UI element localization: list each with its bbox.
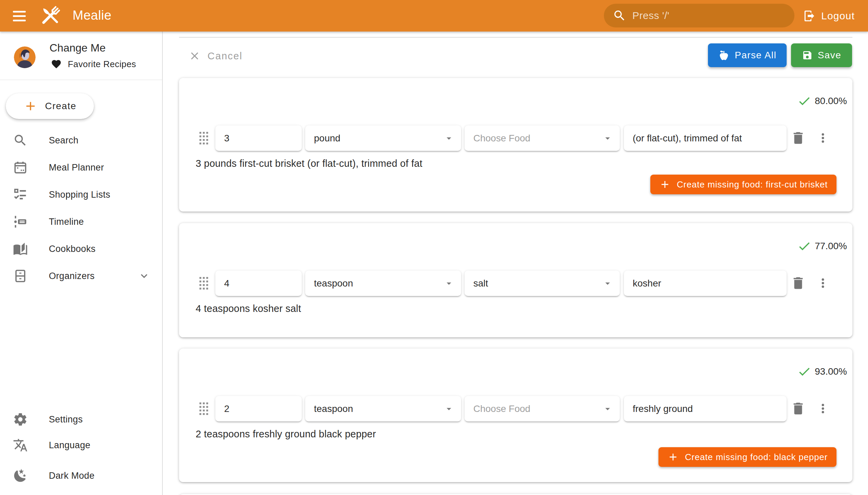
drag-handle-icon[interactable] xyxy=(198,131,209,145)
gear-icon xyxy=(13,412,28,427)
kebab-menu-icon[interactable] xyxy=(814,275,831,292)
quantity-field xyxy=(215,271,302,296)
note-input[interactable] xyxy=(633,404,778,414)
ingredient-card: 93.00% teaspoon Choose Food xyxy=(179,348,852,482)
save-button[interactable]: Save xyxy=(791,44,852,67)
app-title: Mealie xyxy=(72,8,112,23)
delete-ingredient-button[interactable] xyxy=(790,275,806,292)
favorite-recipes-link[interactable]: Favorite Recipes xyxy=(51,58,136,70)
magnify-icon xyxy=(13,133,28,148)
original-ingredient-text: 3 pounds first-cut brisket (or flat-cut)… xyxy=(195,158,423,169)
dropdown-arrow-icon xyxy=(602,133,613,144)
sidebar-item-label: Meal Planner xyxy=(49,163,104,173)
sidebar-item-language[interactable]: Language xyxy=(0,432,162,459)
avatar[interactable] xyxy=(14,47,36,68)
delete-ingredient-button[interactable] xyxy=(790,130,806,147)
content-divider xyxy=(179,37,852,38)
note-input[interactable] xyxy=(633,278,778,289)
sidebar-item-label: Language xyxy=(49,440,90,450)
app-bar: Mealie Logout xyxy=(0,0,868,32)
floppy-save-icon xyxy=(802,50,813,61)
sidebar-item-label: Dark Mode xyxy=(49,471,95,481)
hamburger-menu-icon[interactable] xyxy=(13,8,29,23)
calendar-icon xyxy=(13,160,28,175)
plus-icon xyxy=(667,451,679,463)
drag-handle-icon[interactable] xyxy=(198,276,209,290)
sidebar-item-meal-planner[interactable]: Meal Planner xyxy=(0,154,162,181)
quantity-input[interactable] xyxy=(224,278,293,289)
original-ingredient-text: 2 teaspoons freshly ground black pepper xyxy=(195,429,376,440)
note-field xyxy=(624,396,787,422)
unit-value: teaspoon xyxy=(314,278,443,289)
unit-value: teaspoon xyxy=(314,404,443,414)
save-label: Save xyxy=(818,50,841,61)
cancel-label: Cancel xyxy=(207,51,242,62)
food-select[interactable]: Choose Food xyxy=(464,125,620,151)
sidebar-nav: Search Meal Pla xyxy=(0,127,162,290)
checklist-icon xyxy=(13,187,28,202)
confidence-indicator: 80.00% xyxy=(797,93,847,108)
sidebar-item-label: Settings xyxy=(49,414,83,425)
search-input[interactable] xyxy=(632,10,791,22)
unit-select[interactable]: pound xyxy=(305,125,461,151)
heart-icon xyxy=(51,59,62,69)
file-cabinet-icon xyxy=(13,269,28,284)
check-icon xyxy=(797,94,811,108)
kebab-menu-icon[interactable] xyxy=(814,400,831,417)
quantity-input[interactable] xyxy=(224,133,293,144)
sidebar-item-settings[interactable]: Settings xyxy=(0,406,162,433)
food-select[interactable]: salt xyxy=(464,271,620,296)
quantity-field xyxy=(215,396,302,422)
fork-knife-logo-icon[interactable] xyxy=(38,3,63,28)
sidebar-item-label: Organizers xyxy=(49,271,95,281)
note-field xyxy=(624,271,787,296)
delete-ingredient-button[interactable] xyxy=(790,400,806,417)
sidebar-item-organizers[interactable]: Organizers xyxy=(0,262,162,290)
dropdown-arrow-icon xyxy=(443,133,454,144)
note-input[interactable] xyxy=(633,133,778,144)
logout-label: Logout xyxy=(821,10,855,22)
dropdown-arrow-icon xyxy=(602,404,613,414)
drag-handle-icon[interactable] xyxy=(198,402,209,416)
favorite-recipes-label: Favorite Recipes xyxy=(68,59,136,69)
parse-all-label: Parse All xyxy=(735,50,777,61)
sidebar-divider xyxy=(0,80,162,80)
translate-icon xyxy=(13,438,28,453)
kebab-menu-icon[interactable] xyxy=(814,130,831,147)
dropdown-arrow-icon xyxy=(443,278,454,289)
sidebar: Change Me Favorite Recipes Create xyxy=(0,32,163,495)
create-missing-food-button[interactable]: Create missing food: first-cut brisket xyxy=(650,175,836,194)
sidebar-item-shopping-lists[interactable]: Shopping Lists xyxy=(0,181,162,208)
create-missing-food-label: Create missing food: first-cut brisket xyxy=(677,180,828,190)
create-label: Create xyxy=(45,101,76,112)
create-button[interactable]: Create xyxy=(6,93,94,119)
sidebar-item-label: Timeline xyxy=(49,217,84,227)
dropdown-arrow-icon xyxy=(443,404,454,414)
check-icon xyxy=(797,364,811,379)
sidebar-item-timeline[interactable]: Timeline xyxy=(0,208,162,235)
apple-icon xyxy=(718,50,730,61)
original-ingredient-text: 4 teaspoons kosher salt xyxy=(195,303,301,314)
sidebar-item-search[interactable]: Search xyxy=(0,127,162,154)
unit-select[interactable]: teaspoon xyxy=(305,396,461,422)
sidebar-item-cookbooks[interactable]: Cookbooks xyxy=(0,235,162,262)
quantity-field xyxy=(215,125,302,151)
note-field xyxy=(624,125,787,151)
food-select[interactable]: Choose Food xyxy=(464,396,620,422)
open-book-icon xyxy=(13,241,28,256)
unit-select[interactable]: teaspoon xyxy=(305,271,461,296)
logout-icon xyxy=(803,10,816,22)
plus-icon xyxy=(23,99,38,113)
logout-button[interactable]: Logout xyxy=(801,8,857,24)
user-name: Change Me xyxy=(50,42,105,54)
ingredient-card: 77.00% teaspoon salt xyxy=(179,223,852,337)
cancel-button[interactable]: Cancel xyxy=(188,47,242,65)
dropdown-arrow-icon xyxy=(602,278,613,289)
global-search[interactable] xyxy=(604,4,795,28)
magnify-icon xyxy=(613,9,626,22)
sidebar-item-dark-mode[interactable]: Dark Mode xyxy=(0,462,162,489)
close-icon xyxy=(188,50,201,62)
quantity-input[interactable] xyxy=(224,404,293,414)
parse-all-button[interactable]: Parse All xyxy=(708,44,787,67)
create-missing-food-button[interactable]: Create missing food: black pepper xyxy=(659,447,836,467)
